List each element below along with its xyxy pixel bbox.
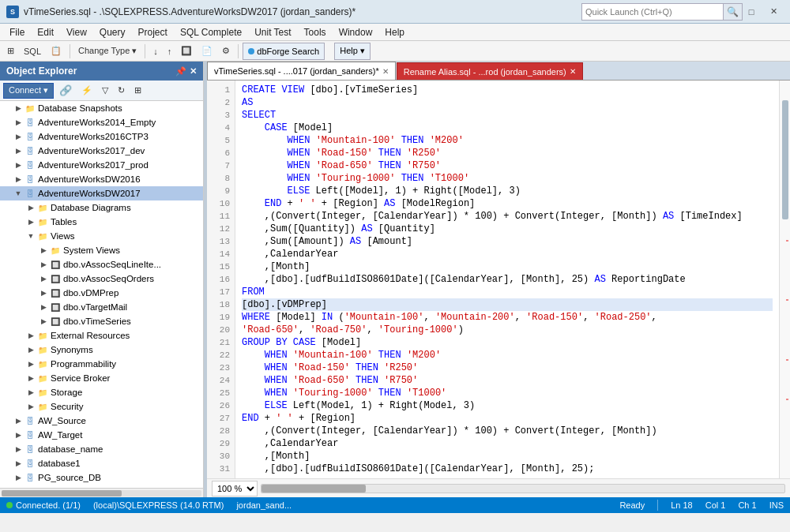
tree-item-diagrams[interactable]: ▶ 📁 Database Diagrams [0, 200, 203, 215]
tree-item-vassocseqorders[interactable]: ▶ 🔲 dbo.vAssocSeqOrders [0, 272, 203, 286]
tree-item-aw2017prod[interactable]: ▶ 🗄 AdventureWorks2017_prod [0, 158, 203, 172]
scroll-indicator [786, 359, 788, 361]
tree-item-security[interactable]: ▶ 📁 Security [0, 399, 203, 414]
dbforge-search-button[interactable]: dbForge Search [243, 43, 325, 60]
toolbar: ⊞ SQL 📋 Change Type ▾ ↓ ↑ 🔲 📄 ⚙ dbForge … [0, 41, 790, 62]
expand-icon: ▶ [25, 373, 36, 384]
tree-item-vtargetmail[interactable]: ▶ 🔲 dbo.vTargetMail [0, 300, 203, 314]
tree-label: dbo.vTargetMail [62, 302, 127, 312]
tree-item-service-broker[interactable]: ▶ 📁 Service Broker [0, 371, 203, 385]
expand-icon: ▶ [13, 472, 24, 483]
tab-close-icon[interactable]: ✕ [382, 67, 389, 76]
tree-label: dbo.vAssocSeqOrders [62, 274, 154, 283]
db-icon: 🗄 [24, 472, 36, 483]
zoom-select[interactable]: 100 % 75 % 150 % [212, 481, 258, 496]
oe-filter-icon[interactable]: ⚡ [77, 82, 96, 99]
tree-item-system-views[interactable]: ▶ 📁 System Views [0, 243, 203, 257]
code-content[interactable]: CREATE VIEW [dbo].[vTimeSeries] AS SELEC… [235, 81, 779, 478]
db-icon: 🗄 [24, 159, 36, 170]
toolbar-icon6[interactable]: 🔲 [177, 43, 196, 60]
col-label: Col 1 [705, 500, 726, 510]
folder-icon: 📁 [36, 401, 49, 412]
oe-scroll-track[interactable] [2, 490, 201, 496]
horizontal-scrollbar[interactable] [261, 484, 785, 493]
tree-item-synonyms[interactable]: ▶ 📁 Synonyms [0, 343, 203, 357]
tree-item-aw2017dev[interactable]: ▶ 🗄 AdventureWorks2017_dev [0, 144, 203, 158]
tree-item-views[interactable]: ▼ 📁 Views [0, 229, 203, 243]
tab-vtimeseries[interactable]: vTimeSeries.sql - ....017 (jordan_sander… [207, 62, 396, 80]
oe-pin-icon[interactable]: 📌 [175, 66, 186, 77]
db-icon: 🗄 [24, 444, 36, 455]
oe-refresh-icon[interactable]: 🔗 [55, 82, 76, 99]
tree-item-programmability[interactable]: ▶ 📁 Programmability [0, 357, 203, 371]
toolbar-icon4[interactable]: ↓ [149, 43, 162, 60]
tree-item-aw2014[interactable]: ▶ 🗄 AdventureWorks2014_Empty [0, 115, 203, 129]
toolbar-icon7[interactable]: 📄 [198, 43, 216, 60]
tree-item-awdw2017[interactable]: ▼ 🗄 AdventureWorksDW2017 [0, 186, 203, 200]
tree-item-storage[interactable]: ▶ 📁 Storage [0, 385, 203, 399]
oe-expand-icon[interactable]: ⊞ [130, 82, 145, 99]
oe-scrollbar[interactable] [0, 488, 203, 497]
connect-button[interactable]: Connect ▾ [3, 83, 54, 99]
tree-item-awtarget[interactable]: ▶ 🗄 AW_Target [0, 428, 203, 442]
code-line-29: ,CalendarYear [242, 437, 773, 450]
editor-right-scrollbar[interactable] [779, 81, 790, 478]
code-line-2: AS [242, 96, 773, 109]
tree-label: System Views [62, 245, 120, 255]
expand-icon: ▶ [13, 415, 24, 426]
menu-help[interactable]: Help [378, 24, 411, 41]
menu-file[interactable]: File [3, 24, 31, 41]
menu-project[interactable]: Project [132, 24, 174, 41]
tree-item-aw2016ctp3[interactable]: ▶ 🗄 AdventureWorks2016CTP3 [0, 129, 203, 144]
scroll-thumb [782, 100, 788, 219]
menu-query[interactable]: Query [93, 24, 132, 41]
menu-sql-complete[interactable]: SQL Complete [174, 24, 248, 41]
toolbar-icon5[interactable]: ↑ [164, 43, 176, 60]
code-line-1: CREATE VIEW [dbo].[vTimeSeries] [242, 84, 773, 96]
help-button[interactable]: Help ▾ [334, 43, 371, 60]
expand-icon: ▶ [38, 287, 49, 298]
code-line-19: WHERE [Model] IN ('Mountain-100', 'Mount… [242, 311, 773, 324]
tree-item-dbname[interactable]: ▶ 🗄 database_name [0, 442, 203, 456]
toolbar-icon3[interactable]: 📋 [47, 43, 66, 60]
expand-icon: ▶ [38, 316, 49, 327]
change-type-button[interactable]: Change Type ▾ [74, 43, 141, 60]
expand-icon: ▶ [25, 330, 36, 341]
tree-label: Tables [49, 217, 77, 227]
tab-bar: vTimeSeries.sql - ....017 (jordan_sander… [207, 62, 790, 81]
tab-close-icon[interactable]: ✕ [570, 67, 576, 76]
tree-item-awsource[interactable]: ▶ 🗄 AW_Source [0, 414, 203, 428]
tree-label: database_name [36, 444, 103, 454]
toolbar-icon1[interactable]: ⊞ [3, 43, 18, 60]
menu-unit-test[interactable]: Unit Test [248, 24, 297, 41]
quick-launch-input[interactable] [581, 3, 724, 21]
folder-icon: 📁 [36, 330, 49, 341]
tree-item-vdmprep[interactable]: ▶ 🔲 dbo.vDMPrep [0, 286, 203, 300]
oe-filter2-icon[interactable]: ▽ [98, 82, 112, 99]
expand-icon: ▶ [13, 145, 24, 156]
tree-item-pgsource[interactable]: ▶ 🗄 PG_source_DB [0, 470, 203, 485]
tree-item-tables[interactable]: ▶ 📁 Tables [0, 215, 203, 229]
code-editor: 1 2 3 4 5 6 7 8 9 10 11 12 13 14 15 16 1… [207, 81, 790, 478]
tab-rename-alias[interactable]: Rename Alias.sql - ...rod (jordan_sander… [397, 62, 583, 80]
restore-button[interactable]: □ [741, 4, 762, 20]
expand-icon: ▶ [38, 273, 49, 284]
menu-view[interactable]: View [60, 24, 93, 41]
oe-close-icon[interactable]: ✕ [190, 66, 197, 77]
quick-launch-search-icon[interactable]: 🔍 [724, 3, 743, 21]
tree-item-awdw2016[interactable]: ▶ 🗄 AdventureWorksDW2016 [0, 172, 203, 186]
tree-item-external[interactable]: ▶ 📁 External Resources [0, 328, 203, 343]
toolbar-icon8[interactable]: ⚙ [218, 43, 234, 60]
close-button[interactable]: ✕ [763, 4, 784, 20]
tree-item-vtimeseries[interactable]: ▶ 🔲 dbo.vTimeSeries [0, 314, 203, 328]
tree-item-vassocseqlineitems[interactable]: ▶ 🔲 dbo.vAssocSeqLineIte... [0, 257, 203, 272]
tree-item-snapshots[interactable]: ▶ 📁 Database Snapshots [0, 101, 203, 115]
oe-sync-icon[interactable]: ↻ [114, 82, 129, 99]
tree-item-db1[interactable]: ▶ 🗄 database1 [0, 456, 203, 470]
menu-tools[interactable]: Tools [298, 24, 333, 41]
toolbar-icon2[interactable]: SQL [20, 43, 45, 60]
menu-window[interactable]: Window [333, 24, 379, 41]
user-label: jordan_sand... [236, 500, 292, 510]
expand-icon: ▶ [38, 259, 49, 270]
menu-edit[interactable]: Edit [31, 24, 60, 41]
